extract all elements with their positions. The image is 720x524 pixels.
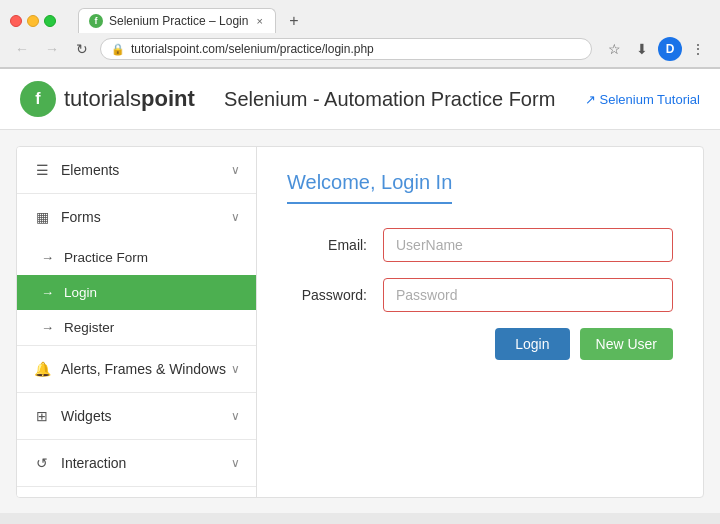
interaction-label: Interaction <box>61 455 126 471</box>
traffic-lights <box>10 15 56 27</box>
form-actions: Login New User <box>287 328 673 360</box>
forms-icon: ▦ <box>33 208 51 226</box>
alerts-chevron-icon: ∨ <box>231 362 240 376</box>
close-window-button[interactable] <box>10 15 22 27</box>
brand: f tutorialspoint <box>20 81 195 117</box>
browser-tab[interactable]: f Selenium Practice – Login × <box>78 8 276 33</box>
profile-button[interactable]: D <box>658 37 682 61</box>
tutorial-link-text: Selenium Tutorial <box>600 92 700 107</box>
browser-actions: ☆ ⬇ D ⋮ <box>602 37 710 61</box>
maximize-window-button[interactable] <box>44 15 56 27</box>
sidebar: ☰ Elements ∨ ▦ Forms ∨ → Practic <box>17 147 257 497</box>
tutorial-link[interactable]: ↗ Selenium Tutorial <box>585 92 700 107</box>
forms-label: Forms <box>61 209 101 225</box>
elements-icon: ☰ <box>33 161 51 179</box>
widgets-label: Widgets <box>61 408 112 424</box>
sidebar-header-left: ☰ Elements <box>33 161 119 179</box>
elements-chevron-icon: ∨ <box>231 163 240 177</box>
login-label: Login <box>64 285 97 300</box>
practice-form-label: Practice Form <box>64 250 148 265</box>
bookmark-icon[interactable]: ☆ <box>602 37 626 61</box>
sidebar-header-alerts[interactable]: 🔔 Alerts, Frames & Windows ∨ <box>17 346 256 392</box>
address-bar[interactable]: 🔒 tutorialspoint.com/selenium/practice/l… <box>100 38 592 60</box>
email-row: Email: <box>287 228 673 262</box>
interaction-chevron-icon: ∨ <box>231 456 240 470</box>
sidebar-header-interaction[interactable]: ↺ Interaction ∨ <box>17 440 256 486</box>
interaction-icon: ↺ <box>33 454 51 472</box>
brand-logo-letter: f <box>35 90 40 108</box>
sidebar-header-widgets-left: ⊞ Widgets <box>33 407 112 425</box>
forms-chevron-icon: ∨ <box>231 210 240 224</box>
sidebar-header-elements[interactable]: ☰ Elements ∨ <box>17 147 256 193</box>
new-tab-button[interactable]: + <box>282 9 306 33</box>
brand-name-span: tutorials <box>64 86 141 111</box>
tab-favicon-icon: f <box>89 14 103 28</box>
reload-button[interactable]: ↻ <box>70 37 94 61</box>
tab-bar: f Selenium Practice – Login × + <box>68 8 316 33</box>
sidebar-section-interaction: ↺ Interaction ∨ <box>17 440 256 487</box>
login-button[interactable]: Login <box>495 328 569 360</box>
page-content: f tutorialspoint Selenium - Automation P… <box>0 69 720 513</box>
widgets-icon: ⊞ <box>33 407 51 425</box>
sidebar-header-widgets[interactable]: ⊞ Widgets ∨ <box>17 393 256 439</box>
login-arrow-icon: → <box>41 285 54 300</box>
main-area: ☰ Elements ∨ ▦ Forms ∨ → Practic <box>16 146 704 498</box>
brand-logo: f <box>20 81 56 117</box>
address-bar-row: ← → ↻ 🔒 tutorialspoint.com/selenium/prac… <box>0 33 720 68</box>
sidebar-section-alerts: 🔔 Alerts, Frames & Windows ∨ <box>17 346 256 393</box>
sidebar-header-alerts-left: 🔔 Alerts, Frames & Windows <box>33 360 226 378</box>
widgets-chevron-icon: ∨ <box>231 409 240 423</box>
forward-button[interactable]: → <box>40 37 64 61</box>
tab-close-button[interactable]: × <box>254 14 264 28</box>
url-text: tutorialspoint.com/selenium/practice/log… <box>131 42 581 56</box>
content-title: Welcome, Login In <box>287 171 452 204</box>
brand-name: tutorialspoint <box>64 86 195 112</box>
back-button[interactable]: ← <box>10 37 34 61</box>
page-heading: Selenium - Automation Practice Form <box>224 88 555 111</box>
new-user-button[interactable]: New User <box>580 328 673 360</box>
sidebar-item-register[interactable]: → Register <box>17 310 256 345</box>
sidebar-item-practice-form[interactable]: → Practice Form <box>17 240 256 275</box>
alerts-icon: 🔔 <box>33 360 51 378</box>
top-banner: f tutorialspoint Selenium - Automation P… <box>0 69 720 130</box>
external-link-icon: ↗ <box>585 92 596 107</box>
brand-name-strong: point <box>141 86 195 111</box>
sidebar-header-forms[interactable]: ▦ Forms ∨ <box>17 194 256 240</box>
lock-icon: 🔒 <box>111 43 125 56</box>
tab-title: Selenium Practice – Login <box>109 14 248 28</box>
alerts-label: Alerts, Frames & Windows <box>61 361 226 377</box>
elements-label: Elements <box>61 162 119 178</box>
password-label: Password: <box>287 287 367 303</box>
browser-chrome: f Selenium Practice – Login × + ← → ↻ 🔒 … <box>0 0 720 69</box>
minimize-window-button[interactable] <box>27 15 39 27</box>
content-panel: Welcome, Login In Email: Password: Login… <box>257 147 703 497</box>
register-label: Register <box>64 320 114 335</box>
email-label: Email: <box>287 237 367 253</box>
menu-icon[interactable]: ⋮ <box>686 37 710 61</box>
download-icon[interactable]: ⬇ <box>630 37 654 61</box>
password-row: Password: <box>287 278 673 312</box>
sidebar-section-elements: ☰ Elements ∨ <box>17 147 256 194</box>
sidebar-section-forms: ▦ Forms ∨ → Practice Form → Login → Regi… <box>17 194 256 346</box>
sidebar-item-login[interactable]: → Login <box>17 275 256 310</box>
sidebar-section-widgets: ⊞ Widgets ∨ <box>17 393 256 440</box>
title-bar: f Selenium Practice – Login × + <box>0 0 720 33</box>
practice-form-arrow-icon: → <box>41 250 54 265</box>
sidebar-header-forms-left: ▦ Forms <box>33 208 101 226</box>
register-arrow-icon: → <box>41 320 54 335</box>
email-input[interactable] <box>383 228 673 262</box>
password-input[interactable] <box>383 278 673 312</box>
sidebar-header-interaction-left: ↺ Interaction <box>33 454 126 472</box>
